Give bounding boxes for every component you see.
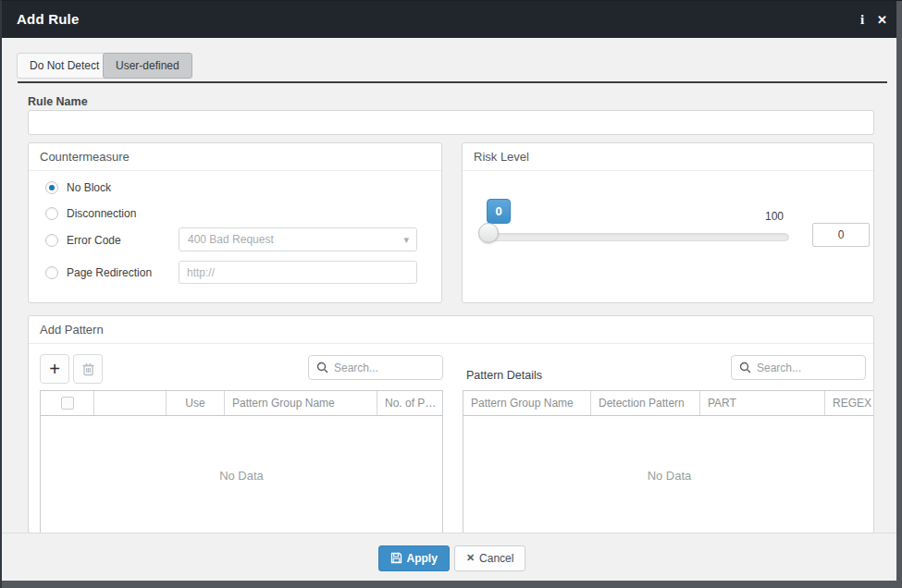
pattern-search-input[interactable] [334, 361, 435, 374]
header-use: Use [167, 391, 225, 415]
header-pattern-group-name: Pattern Group Name [463, 391, 591, 415]
cancel-label: Cancel [479, 552, 513, 565]
rule-name-input[interactable] [28, 110, 874, 135]
radio-icon [45, 207, 58, 220]
close-icon[interactable]: ✕ [877, 13, 887, 27]
add-pattern-panel: Add Pattern + [28, 315, 874, 533]
pattern-group-table: Use Pattern Group Name No. of P… No Data [40, 390, 443, 533]
risk-level-panel: Risk Level 0 100 [462, 142, 874, 303]
table-body: No Data [41, 416, 442, 533]
add-pattern-button[interactable]: + [40, 354, 69, 384]
add-pattern-title: Add Pattern [29, 316, 873, 344]
tab-do-not-detect[interactable]: Do Not Detect [17, 53, 112, 79]
countermeasure-title: Countermeasure [29, 143, 441, 171]
delete-pattern-button[interactable] [73, 354, 103, 384]
dialog-title: Add Rule [17, 1, 79, 38]
add-rule-dialog: Add Rule i ✕ Do Not Detect User-defined … [0, 0, 902, 588]
details-search-input[interactable] [757, 361, 858, 374]
header-pattern-group-name: Pattern Group Name [225, 391, 377, 415]
no-data-text: No Data [648, 469, 692, 483]
rule-name-label: Rule Name [28, 95, 88, 108]
table-body: No Data [463, 416, 874, 533]
tab-user-defined[interactable]: User-defined [103, 53, 192, 79]
dialog-footer: Apply ✕ Cancel [2, 533, 902, 582]
radio-disconnection[interactable]: Disconnection [45, 207, 136, 220]
radio-page-redirection-label: Page Redirection [67, 266, 152, 279]
radio-icon [45, 234, 58, 247]
error-code-select[interactable]: 400 Bad Request ▾ [179, 227, 417, 251]
radio-no-block[interactable]: No Block [45, 181, 111, 194]
risk-level-title: Risk Level [463, 143, 873, 171]
header-empty [94, 391, 167, 415]
header-no-of-patterns: No. of P… [377, 391, 444, 415]
pattern-details-label: Pattern Details [466, 369, 542, 382]
countermeasure-panel: Countermeasure No Block Disconnection Er… [28, 142, 442, 303]
radio-disconnection-label: Disconnection [67, 207, 136, 220]
header-part: PART [700, 391, 825, 415]
error-code-select-value: 400 Bad Request [188, 233, 274, 246]
risk-slider-handle[interactable] [478, 223, 499, 243]
cancel-x-icon: ✕ [466, 552, 475, 564]
search-icon [739, 361, 751, 374]
info-icon[interactable]: i [860, 12, 864, 28]
table-header-row: Pattern Group Name Detection Pattern PAR… [463, 391, 874, 416]
tab-divider [18, 81, 887, 83]
risk-slider-track[interactable] [488, 233, 789, 241]
window-edge-right [896, 1, 902, 588]
radio-error-code-label: Error Code [67, 234, 121, 247]
select-all-header-cell [41, 391, 94, 415]
save-icon [390, 552, 402, 564]
dialog-titlebar: Add Rule i ✕ [2, 1, 902, 38]
pattern-details-table-clip: Pattern Group Name Detection Pattern PAR… [463, 390, 874, 533]
header-regex: REGEX [825, 391, 874, 415]
apply-label: Apply [407, 552, 438, 565]
cancel-button[interactable]: ✕ Cancel [454, 545, 526, 571]
risk-value-input[interactable] [812, 223, 870, 247]
radio-no-block-label: No Block [67, 181, 111, 194]
select-all-checkbox[interactable] [61, 397, 74, 410]
header-detection-pattern: Detection Pattern [591, 391, 700, 415]
radio-icon [45, 181, 58, 194]
trash-icon [81, 361, 95, 376]
slider-max-label: 100 [765, 210, 784, 223]
redirect-url-input[interactable] [179, 261, 417, 284]
no-data-text: No Data [219, 469, 264, 483]
radio-error-code[interactable]: Error Code [45, 234, 121, 247]
radio-icon [45, 266, 58, 279]
plus-icon: + [49, 360, 60, 378]
slider-value-badge: 0 [487, 199, 511, 224]
apply-button[interactable]: Apply [378, 545, 450, 571]
details-search-box [731, 355, 866, 380]
radio-page-redirection[interactable]: Page Redirection [45, 266, 152, 279]
search-icon [316, 361, 328, 374]
pattern-details-table: Pattern Group Name Detection Pattern PAR… [463, 390, 874, 533]
pattern-search-box [308, 355, 443, 380]
table-header-row: Use Pattern Group Name No. of P… [41, 391, 442, 416]
chevron-down-icon: ▾ [403, 228, 409, 251]
window-edge-bottom [2, 581, 902, 588]
